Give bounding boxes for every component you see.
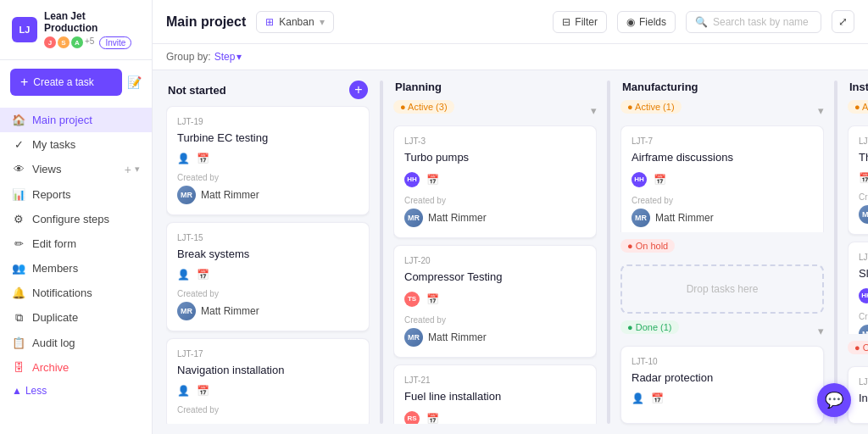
status-badge-active: ● Active (1) (620, 100, 682, 114)
chevron-down-icon[interactable]: ▾ (135, 164, 140, 175)
sidebar-item-reports[interactable]: 📊 Reports (0, 182, 152, 207)
task-card[interactable]: LJT-20 Compressor Testing TS 📅 Created b… (393, 245, 597, 358)
sidebar-nav: 🏠 Main project ✓ My tasks 👁 Views + ▾ 📊 … (0, 104, 152, 434)
column-installation: Installation ● Active (2) LJT-12 Thruste… (848, 81, 868, 424)
groupby-bar: Group by: Step ▾ (153, 44, 868, 70)
status-badge-done: ● Done (1) (620, 320, 679, 334)
author-name: Matt Rimmer (201, 305, 259, 317)
invite-button[interactable]: Invite (99, 36, 131, 49)
card-title: Radar protection (632, 371, 813, 386)
sidebar-item-label: Configure steps (32, 213, 140, 225)
expand-icon: ⤢ (838, 15, 848, 28)
eye-icon: 👁 (12, 163, 25, 175)
sidebar-item-views[interactable]: 👁 Views + ▾ (0, 157, 152, 182)
sidebar-item-label: Views (32, 163, 118, 175)
task-card[interactable]: LJT-17 Navigation installation 👤 📅 Creat… (166, 338, 370, 424)
members-icon: 👥 (12, 262, 25, 275)
card-title: Thrusters (859, 151, 868, 165)
task-card[interactable]: LJT-21 Fuel line installation RS 📅 Creat… (393, 364, 597, 424)
create-task-button[interactable]: + Create a task (10, 69, 122, 96)
search-icon: 🔍 (695, 16, 708, 28)
task-card[interactable]: LJT-10 Radar protection 👤 📅 (620, 346, 824, 424)
card-author: MR Matt Rimmer (177, 302, 359, 320)
card-id: LJT-19 (177, 117, 359, 126)
author-name: Matt Rimmer (655, 212, 714, 224)
calendar-icon: 📅 (197, 269, 209, 281)
author-name: Matt Rimmer (428, 331, 487, 343)
sidebar-item-configure-steps[interactable]: ⚙ Configure steps (0, 207, 152, 231)
plus-icon: + (20, 75, 28, 90)
log-icon: 📋 (12, 337, 25, 349)
card-icons: HH 📅 (404, 172, 586, 187)
filter-button[interactable]: ⊟ Filter (553, 11, 607, 33)
check-icon: ✓ (12, 138, 25, 151)
card-icons: 👤 📅 (632, 392, 813, 404)
add-card-button[interactable]: + (349, 81, 368, 99)
task-card[interactable]: LJT-7 Airframe discussions HH 📅 Created … (620, 125, 824, 232)
task-card[interactable]: LJT-15 Break systems 👤 📅 Created by MR M… (166, 222, 370, 331)
project-title: Main project (166, 14, 246, 30)
col-title: Planning (395, 81, 442, 93)
note-icon[interactable]: 📝 (127, 75, 142, 89)
created-label: Created by (404, 196, 586, 205)
column-not-started: Not started + LJT-19 Turbine EC testing … (166, 81, 370, 424)
created-label: Created by (859, 192, 868, 202)
card-icons: 👤 📅 (177, 269, 359, 281)
card-title: Break systems (177, 248, 359, 262)
card-id: LJT-10 (632, 357, 813, 366)
sidebar-item-audit-log[interactable]: 📋 Audit log (0, 331, 152, 355)
calendar-icon: 📅 (651, 392, 664, 404)
card-id: LJT-7 (632, 136, 813, 146)
bell-icon: 🔔 (12, 287, 25, 299)
calendar-icon: 📅 (197, 153, 209, 164)
card-id: LJT-17 (177, 349, 359, 359)
col-status-row: ● Active (3) ▾ (393, 100, 597, 120)
expand-button[interactable]: ⤢ (832, 10, 854, 33)
sidebar-item-duplicate[interactable]: ⧉ Duplicate (0, 305, 152, 331)
col-cards: LJT-12 Thrusters 📅 Created by MR Matt Ri… (848, 125, 868, 334)
collapse-icon[interactable]: ▾ (591, 104, 597, 117)
onhold-section: ● On hold Drop tasks here (620, 239, 824, 314)
sidebar-item-archive[interactable]: 🗄 Archive (0, 355, 152, 380)
card-id: LJT-15 (177, 233, 359, 242)
col-divider (834, 81, 837, 424)
sidebar-item-edit-form[interactable]: ✏ Edit form (0, 231, 152, 256)
avatar: MR (404, 328, 423, 347)
col-status-row: ● Active (1) ▾ (620, 100, 824, 120)
sidebar-item-my-tasks[interactable]: ✓ My tasks (0, 132, 152, 157)
view-selector[interactable]: ⊞ Kanban ▾ (256, 11, 333, 33)
gear-icon: ⚙ (12, 213, 25, 225)
search-box[interactable]: 🔍 Search task by name (686, 11, 821, 33)
status-badge-onhold: ● On hold (2) (848, 341, 868, 354)
avatar-dots: J S A +5 (44, 36, 94, 48)
task-card[interactable]: LJT-19 Turbine EC testing 👤 📅 Created by… (166, 106, 370, 215)
task-card[interactable]: LJT-3 Turbo pumps HH 📅 Created by MR Mat… (393, 125, 597, 238)
card-icons: HH 📅 (859, 288, 868, 303)
done-section: ● Done (1) ▾ LJT-10 Radar protection 👤 📅 (620, 320, 824, 424)
groupby-step-badge[interactable]: Step ▾ (214, 51, 242, 63)
sidebar-item-members[interactable]: 👥 Members (0, 256, 152, 281)
assignee-badge: RS (404, 411, 420, 424)
sidebar-logo: LJ Lean Jet Production J S A +5 Invite (0, 0, 152, 60)
views-actions: + ▾ (125, 163, 140, 176)
card-author: MR Matt Rimmer (404, 209, 586, 227)
created-label: Created by (177, 173, 359, 182)
sidebar-item-label: Main project (32, 114, 140, 126)
sidebar-item-main-project[interactable]: 🏠 Main project (0, 108, 152, 132)
card-icons: 👤 📅 (177, 385, 359, 397)
chat-bubble[interactable]: 💬 (817, 383, 851, 417)
fields-button[interactable]: ◉ Fields (617, 11, 676, 33)
task-card[interactable]: LJT-9 Instrument systems (848, 366, 868, 424)
assignee-badge: HH (404, 172, 420, 187)
collapse-icon[interactable]: ▾ (818, 104, 824, 117)
task-card[interactable]: LJT-12 Thrusters 📅 Created by MR Matt Ri… (848, 125, 868, 235)
person-icon: 👤 (177, 269, 190, 281)
collapse-icon[interactable]: ▾ (818, 325, 824, 337)
chart-icon: 📊 (12, 188, 25, 201)
card-id: LJT-3 (404, 136, 586, 146)
sidebar-item-notifications[interactable]: 🔔 Notifications (0, 281, 152, 305)
sidebar-less-button[interactable]: ▲ Less (0, 380, 152, 402)
add-view-icon[interactable]: + (125, 163, 131, 176)
task-card[interactable]: LJT-14 Slats HH 📅 Created by MR Matt Rim… (848, 242, 868, 334)
card-id: LJT-20 (404, 256, 586, 265)
